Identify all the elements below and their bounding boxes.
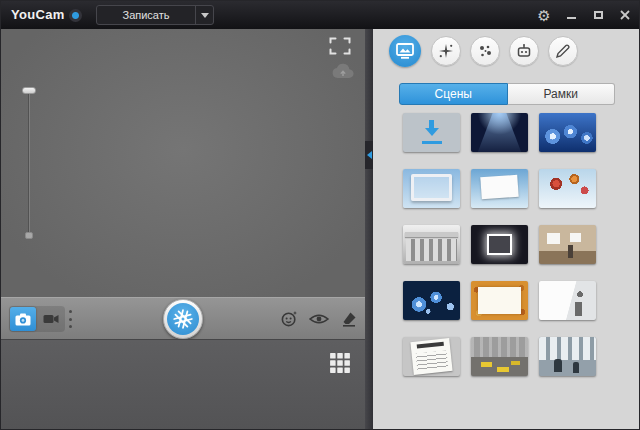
minimize-icon xyxy=(567,17,576,19)
thumbnail-scene-white-room[interactable] xyxy=(539,281,596,320)
more-handle[interactable] xyxy=(67,310,73,328)
nav-draw[interactable] xyxy=(548,36,578,66)
window-controls: ⚙ xyxy=(534,1,635,29)
thumbnail-scene-blue-orbs[interactable] xyxy=(403,281,460,320)
thumbnail-scene-office-windows[interactable] xyxy=(539,337,596,376)
scenes-frames-tabs: Сцены Рамки xyxy=(399,83,615,105)
nav-scenes-frames[interactable] xyxy=(389,35,421,67)
close-icon xyxy=(620,10,630,20)
maximize-icon xyxy=(594,11,603,19)
settings-button[interactable]: ⚙ xyxy=(534,5,554,25)
draw-pencil-icon xyxy=(555,43,571,59)
titlebar: YouCam Записать ⚙ xyxy=(1,1,640,29)
zoom-slider-handle[interactable] xyxy=(22,87,36,94)
scenes-frames-icon xyxy=(396,43,414,59)
tab-scenes[interactable]: Сцены xyxy=(399,83,508,105)
preview-eye-icon xyxy=(309,313,329,325)
thumbnail-scene-autumn-frame[interactable] xyxy=(471,281,528,320)
thumbnail-scene-blue-pawns[interactable] xyxy=(539,113,596,152)
thumbnail-scene-newspaper[interactable] xyxy=(403,337,460,376)
capture-toolbar xyxy=(1,297,365,339)
cloud-upload-button[interactable] xyxy=(331,63,355,79)
photo-mode-icon xyxy=(15,313,31,326)
gadgets-robot-icon xyxy=(516,43,532,59)
youcam-window: YouCam Записать ⚙ xyxy=(0,0,640,430)
panel-divider xyxy=(365,29,373,430)
maximize-button[interactable] xyxy=(588,5,608,25)
capture-shutter-icon xyxy=(172,308,194,330)
chevron-down-icon xyxy=(201,13,209,18)
thumbnail-scene-tv-frame[interactable] xyxy=(403,169,460,208)
grid-view-icon xyxy=(329,352,351,374)
chevron-left-icon xyxy=(367,151,372,159)
thumbnail-scene-billboard[interactable] xyxy=(471,169,528,208)
minimize-button[interactable] xyxy=(561,5,581,25)
fullscreen-button[interactable] xyxy=(329,37,351,55)
tab-frames[interactable]: Рамки xyxy=(508,83,616,105)
youcam-logo-icon xyxy=(69,9,82,22)
panel-collapse-handle[interactable] xyxy=(365,141,373,169)
particles-icon xyxy=(477,43,493,59)
nav-gadgets[interactable] xyxy=(509,36,539,66)
capture-button-inner xyxy=(167,303,199,335)
video-mode-icon xyxy=(43,314,59,324)
close-button[interactable] xyxy=(615,5,635,25)
cloud-upload-icon xyxy=(331,63,355,79)
nav-effects[interactable] xyxy=(431,36,461,66)
photo-mode-button[interactable] xyxy=(10,307,36,331)
effects-panel: Сцены Рамки xyxy=(373,29,640,430)
thumbnail-scene-stage-spotlight[interactable] xyxy=(471,113,528,152)
video-mode-button[interactable] xyxy=(38,307,64,331)
eraser-button[interactable] xyxy=(339,309,359,329)
camera-preview xyxy=(1,29,365,297)
record-button[interactable]: Записать xyxy=(96,5,214,25)
zoom-slider[interactable] xyxy=(21,87,37,239)
gear-icon: ⚙ xyxy=(537,8,550,23)
record-button-label: Записать xyxy=(97,9,195,21)
thumbnail-scene-classic-columns[interactable] xyxy=(403,225,460,264)
face-effects-button[interactable] xyxy=(279,309,299,329)
thumbnail-download-more-scenes[interactable] xyxy=(403,113,460,152)
gallery-grid-button[interactable] xyxy=(329,352,351,374)
thumbnail-scene-hot-air-balloons[interactable] xyxy=(539,169,596,208)
fullscreen-icon xyxy=(329,37,351,55)
capture-button[interactable] xyxy=(163,299,203,339)
record-dropdown[interactable] xyxy=(195,6,213,24)
eraser-icon xyxy=(341,311,357,327)
zoom-slider-track[interactable] xyxy=(28,91,30,235)
gallery-strip xyxy=(1,339,365,430)
thumbnail-scene-glowing-frame[interactable] xyxy=(471,225,528,264)
face-effects-icon xyxy=(280,310,298,328)
thumbnail-scene-art-gallery[interactable] xyxy=(539,225,596,264)
zoom-slider-end-knob xyxy=(25,232,33,239)
preview-toggle-button[interactable] xyxy=(309,309,329,329)
effects-sparkle-icon xyxy=(438,43,454,59)
scene-grid xyxy=(403,113,596,376)
app-title: YouCam xyxy=(11,7,65,22)
nav-particles[interactable] xyxy=(470,36,500,66)
thumbnail-scene-city-taxis[interactable] xyxy=(471,337,528,376)
capture-mode-toggle xyxy=(9,306,65,332)
